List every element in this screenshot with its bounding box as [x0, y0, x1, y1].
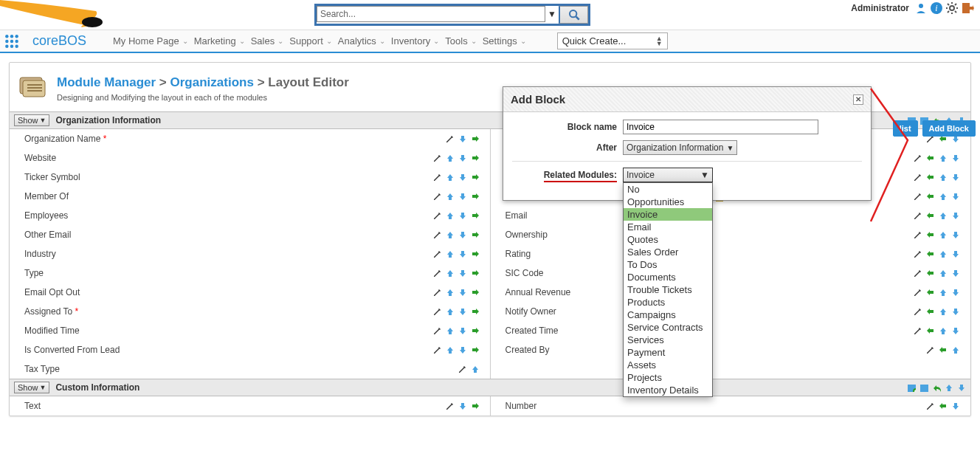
- breadcrumb-organizations[interactable]: Organizations: [170, 75, 254, 89]
- option-to-dos[interactable]: To Dos: [624, 258, 712, 271]
- move-up-icon[interactable]: [446, 269, 455, 278]
- option-services[interactable]: Services: [624, 334, 712, 346]
- move-down-icon[interactable]: [458, 249, 467, 258]
- move-up-icon[interactable]: [939, 173, 948, 182]
- move-left-icon[interactable]: [926, 230, 935, 239]
- add-block-button[interactable]: Add Block: [922, 120, 976, 137]
- move-left-icon[interactable]: [926, 269, 935, 278]
- edit-icon[interactable]: [433, 173, 442, 182]
- move-down-icon[interactable]: [458, 269, 467, 278]
- move-down-icon[interactable]: [951, 269, 960, 278]
- move-right-icon[interactable]: [471, 326, 480, 335]
- nav-item-settings[interactable]: Settings⌄: [480, 31, 529, 51]
- move-up-icon[interactable]: [446, 288, 455, 297]
- move-up-icon[interactable]: [951, 345, 960, 354]
- move-up-icon[interactable]: [939, 211, 948, 220]
- move-left-icon[interactable]: [926, 154, 935, 162]
- add-field-icon[interactable]: [907, 383, 916, 392]
- edit-icon[interactable]: [914, 173, 922, 182]
- edit-icon[interactable]: [914, 154, 922, 162]
- move-down-icon[interactable]: [951, 249, 960, 258]
- move-down-icon[interactable]: [458, 173, 467, 182]
- move-right-icon[interactable]: [471, 269, 480, 278]
- option-assets[interactable]: Assets: [624, 359, 712, 371]
- option-service-contracts[interactable]: Service Contracts: [624, 321, 712, 334]
- search-button[interactable]: [559, 6, 588, 24]
- move-down-icon[interactable]: [951, 173, 960, 182]
- option-quotes[interactable]: Quotes: [624, 233, 712, 246]
- option-opportunities[interactable]: Opportunities: [624, 196, 712, 208]
- move-right-icon[interactable]: [471, 402, 480, 410]
- toggle-icon[interactable]: [919, 383, 928, 392]
- option-invoice[interactable]: Invoice: [624, 208, 712, 221]
- edit-icon[interactable]: [914, 192, 922, 201]
- nav-item-sales[interactable]: Sales⌄: [248, 31, 287, 51]
- move-down-icon[interactable]: [458, 192, 467, 201]
- move-up-icon[interactable]: [939, 269, 948, 278]
- edit-icon[interactable]: [446, 134, 455, 143]
- move-down-icon[interactable]: [951, 211, 960, 220]
- move-left-icon[interactable]: [926, 211, 935, 220]
- user-icon[interactable]: [914, 1, 928, 15]
- move-down-icon[interactable]: [951, 230, 960, 239]
- move-down-icon[interactable]: [458, 230, 467, 239]
- move-down-icon[interactable]: [951, 326, 960, 335]
- move-right-icon[interactable]: [471, 288, 480, 297]
- move-down-icon[interactable]: [951, 154, 960, 162]
- option-payment[interactable]: Payment: [624, 346, 712, 359]
- move-up-icon[interactable]: [939, 249, 948, 258]
- move-left-icon[interactable]: [926, 192, 935, 201]
- edit-icon[interactable]: [914, 288, 922, 297]
- option-campaigns[interactable]: Campaigns: [624, 309, 712, 321]
- nav-item-support[interactable]: Support⌄: [286, 31, 335, 51]
- move-down-icon[interactable]: [458, 211, 467, 220]
- edit-icon[interactable]: [458, 365, 467, 373]
- move-left-icon[interactable]: [926, 326, 935, 335]
- edit-icon[interactable]: [433, 326, 442, 335]
- logout-icon[interactable]: [961, 1, 974, 15]
- edit-icon[interactable]: [914, 211, 922, 220]
- move-up-icon[interactable]: [446, 211, 455, 220]
- move-left-icon[interactable]: [926, 288, 935, 297]
- gear-icon[interactable]: [945, 1, 959, 15]
- move-up-icon[interactable]: [939, 192, 948, 201]
- move-down-icon[interactable]: [951, 402, 960, 410]
- move-up-icon[interactable]: [939, 307, 948, 316]
- search-scope-dropdown[interactable]: ▼: [545, 6, 559, 22]
- option-inventory-details[interactable]: Inventory Details: [624, 384, 712, 396]
- related-list-button[interactable]: list: [893, 120, 918, 137]
- edit-icon[interactable]: [446, 402, 455, 410]
- move-up-icon[interactable]: [939, 230, 948, 239]
- dialog-header[interactable]: Add Block ✕: [503, 87, 871, 112]
- show-button[interactable]: Show ▼: [14, 114, 49, 126]
- move-down-icon[interactable]: [458, 326, 467, 335]
- show-button[interactable]: Show ▼: [14, 382, 49, 393]
- move-up-icon[interactable]: [446, 173, 455, 182]
- nav-item-tools[interactable]: Tools⌄: [442, 31, 479, 51]
- apps-icon[interactable]: [4, 34, 19, 49]
- edit-icon[interactable]: [433, 192, 442, 201]
- edit-icon[interactable]: [433, 345, 442, 354]
- nav-item-my-home-page[interactable]: My Home Page⌄: [110, 31, 191, 51]
- info-icon[interactable]: [930, 1, 943, 15]
- move-down-icon[interactable]: [458, 288, 467, 297]
- move-left-icon[interactable]: [926, 249, 935, 258]
- move-up-icon[interactable]: [471, 365, 480, 373]
- option-trouble-tickets[interactable]: Trouble Tickets: [624, 283, 712, 296]
- option-projects[interactable]: Projects: [624, 371, 712, 384]
- brand[interactable]: coreBOS: [32, 33, 86, 49]
- move-right-icon[interactable]: [471, 154, 480, 162]
- edit-icon[interactable]: [433, 307, 442, 316]
- nav-item-marketing[interactable]: Marketing⌄: [191, 31, 248, 51]
- move-right-icon[interactable]: [471, 173, 480, 182]
- move-up-icon[interactable]: [945, 383, 953, 392]
- edit-icon[interactable]: [433, 211, 442, 220]
- move-down-icon[interactable]: [951, 307, 960, 316]
- edit-icon[interactable]: [433, 269, 442, 278]
- edit-icon[interactable]: [914, 307, 922, 316]
- move-down-icon[interactable]: [458, 134, 467, 143]
- move-down-icon[interactable]: [458, 345, 467, 354]
- move-left-icon[interactable]: [939, 345, 948, 354]
- quick-create[interactable]: Quick Create... ▲▼: [557, 32, 668, 49]
- move-right-icon[interactable]: [471, 230, 480, 239]
